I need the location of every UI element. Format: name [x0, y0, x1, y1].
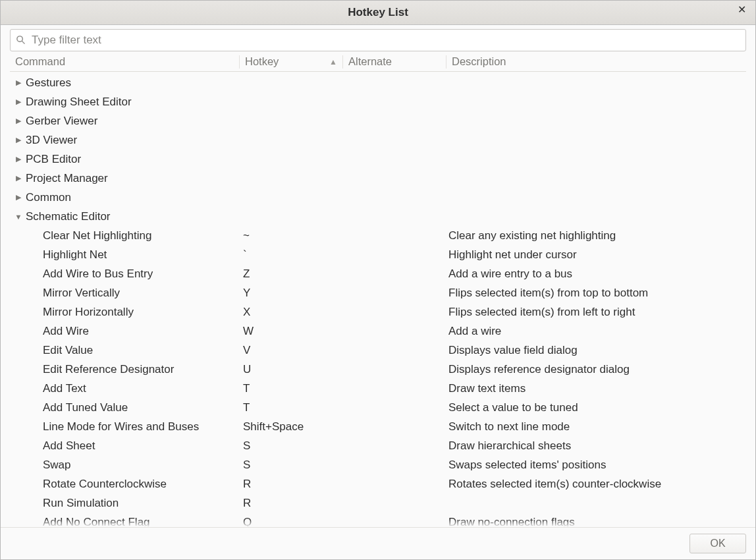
hotkey-command: Highlight Net [10, 248, 243, 262]
hotkey-key: Z [243, 267, 346, 281]
category-row[interactable]: ▶Common [10, 188, 746, 207]
hotkey-row[interactable]: Add Wire to Bus EntryZAdd a wire entry t… [10, 264, 746, 283]
hotkey-command: Edit Value [10, 344, 243, 357]
hotkey-desc: Flips selected item(s) from left to righ… [448, 306, 746, 319]
category-label: Schematic Editor [24, 210, 111, 223]
hotkey-command: Rotate Counterclockwise [10, 478, 243, 491]
ok-button[interactable]: OK [689, 534, 746, 553]
chevron-right-icon[interactable]: ▶ [13, 136, 24, 144]
header-description[interactable]: Description [446, 55, 746, 68]
hotkey-desc: Switch to next line mode [448, 420, 746, 434]
dialog-title: Hotkey List [348, 6, 408, 19]
filter-wrap [10, 29, 746, 51]
category-label: 3D Viewer [24, 134, 77, 147]
sort-asc-icon: ▲ [329, 57, 337, 67]
chevron-right-icon[interactable]: ▶ [13, 155, 24, 163]
hotkey-row[interactable]: Edit Reference DesignatorUDisplays refer… [10, 360, 746, 379]
hotkey-key: Q [243, 516, 346, 527]
hotkey-desc: Flips selected item(s) from top to botto… [448, 287, 746, 300]
hotkey-desc: Draw text items [448, 382, 746, 395]
category-row[interactable]: ▶Drawing Sheet Editor [10, 92, 746, 111]
hotkey-desc: Swaps selected items' positions [448, 459, 746, 472]
titlebar[interactable]: Hotkey List ✕ [1, 1, 755, 25]
category-label: PCB Editor [24, 153, 81, 166]
hotkey-key: S [243, 459, 346, 472]
category-row[interactable]: ▶Gestures [10, 73, 746, 92]
hotkey-key: V [243, 344, 346, 357]
hotkey-key: X [243, 306, 346, 319]
hotkey-row[interactable]: SwapSSwaps selected items' positions [10, 455, 746, 474]
hotkey-command: Clear Net Highlighting [10, 229, 243, 242]
hotkey-row[interactable]: Add SheetSDraw hierarchical sheets [10, 436, 746, 455]
hotkey-command: Add Wire to Bus Entry [10, 267, 243, 281]
hotkey-key: T [243, 382, 346, 395]
hotkey-command: Run Simulation [10, 497, 243, 510]
hotkey-desc: Highlight net under cursor [448, 248, 746, 262]
hotkey-key: U [243, 363, 346, 376]
chevron-right-icon[interactable]: ▶ [13, 78, 24, 87]
hotkey-row[interactable]: Run SimulationR [10, 493, 746, 513]
hotkey-key: R [243, 497, 346, 510]
hotkey-key: R [243, 478, 346, 491]
header-command[interactable]: Command [10, 55, 239, 68]
category-label: Gerber Viewer [24, 115, 97, 128]
hotkey-command: Add Text [10, 382, 243, 395]
chevron-right-icon[interactable]: ▶ [13, 174, 24, 182]
category-row[interactable]: ▶PCB Editor [10, 150, 746, 169]
hotkey-key: ~ [243, 229, 346, 242]
hotkey-command: Mirror Horizontally [10, 306, 243, 319]
hotkey-row[interactable]: Edit ValueVDisplays value field dialog [10, 341, 746, 360]
header-hotkey-label: Hotkey [245, 55, 279, 68]
hotkey-desc: Clear any existing net highlighting [448, 229, 746, 242]
hotkey-row[interactable]: Add WireWAdd a wire [10, 322, 746, 341]
header-alternate[interactable]: Alternate [343, 55, 446, 68]
header-description-label: Description [452, 55, 506, 68]
hotkey-key: Y [243, 287, 346, 300]
category-row[interactable]: ▶3D Viewer [10, 130, 746, 150]
svg-line-1 [22, 41, 24, 43]
hotkey-row[interactable]: Clear Net Highlighting~Clear any existin… [10, 226, 746, 245]
chevron-right-icon[interactable]: ▶ [13, 117, 24, 125]
column-headers: Command Hotkey ▲ Alternate Description [10, 53, 746, 72]
filter-input[interactable] [10, 29, 746, 51]
chevron-right-icon[interactable]: ▶ [13, 98, 24, 106]
hotkey-command: Add No Connect Flag [10, 516, 243, 527]
hotkey-key: T [243, 401, 346, 414]
hotkey-key: ` [243, 248, 346, 262]
search-icon [16, 35, 26, 45]
hotkey-command: Add Tuned Value [10, 401, 243, 414]
hotkey-key: W [243, 325, 346, 338]
header-alternate-label: Alternate [348, 55, 392, 68]
hotkey-key: Shift+Space [243, 420, 346, 434]
hotkey-row[interactable]: Add Tuned ValueTSelect a value to be tun… [10, 398, 746, 417]
category-row[interactable]: ▶Project Manager [10, 169, 746, 188]
category-label: Drawing Sheet Editor [24, 96, 132, 109]
category-row[interactable]: ▶Gerber Viewer [10, 111, 746, 130]
dialog-footer: OK [1, 527, 755, 559]
close-icon[interactable]: ✕ [735, 3, 749, 16]
category-row[interactable]: ▼Schematic Editor [10, 207, 746, 226]
category-label: Gestures [24, 76, 71, 90]
hotkey-desc: Rotates selected item(s) counter-clockwi… [448, 478, 746, 491]
hotkey-key: S [243, 439, 346, 453]
header-hotkey[interactable]: Hotkey ▲ [240, 55, 342, 68]
hotkey-row[interactable]: Line Mode for Wires and BusesShift+Space… [10, 417, 746, 436]
category-label: Common [24, 191, 71, 204]
hotkey-row[interactable]: Add No Connect FlagQDraw no-connection f… [10, 513, 746, 526]
hotkey-tree[interactable]: ▶Gestures▶Drawing Sheet Editor▶Gerber Vi… [10, 72, 746, 526]
hotkey-command: Add Sheet [10, 439, 243, 453]
hotkey-row[interactable]: Rotate CounterclockwiseRRotates selected… [10, 474, 746, 493]
hotkey-row[interactable]: Highlight Net`Highlight net under cursor [10, 245, 746, 264]
hotkey-desc: Add a wire [448, 325, 746, 338]
hotkey-row[interactable]: Add TextTDraw text items [10, 379, 746, 398]
hotkey-row[interactable]: Mirror VerticallyYFlips selected item(s)… [10, 283, 746, 302]
hotkey-desc: Displays value field dialog [448, 344, 746, 357]
hotkey-command: Swap [10, 459, 243, 472]
hotkey-row[interactable]: Mirror HorizontallyXFlips selected item(… [10, 302, 746, 322]
chevron-down-icon[interactable]: ▼ [13, 213, 24, 221]
chevron-right-icon[interactable]: ▶ [13, 193, 24, 202]
hotkey-desc: Add a wire entry to a bus [448, 267, 746, 281]
header-command-label: Command [15, 55, 65, 68]
hotkey-list-dialog: Hotkey List ✕ Command Hotkey ▲ Alternate [0, 0, 756, 560]
hotkey-desc: Displays reference designator dialog [448, 363, 746, 376]
